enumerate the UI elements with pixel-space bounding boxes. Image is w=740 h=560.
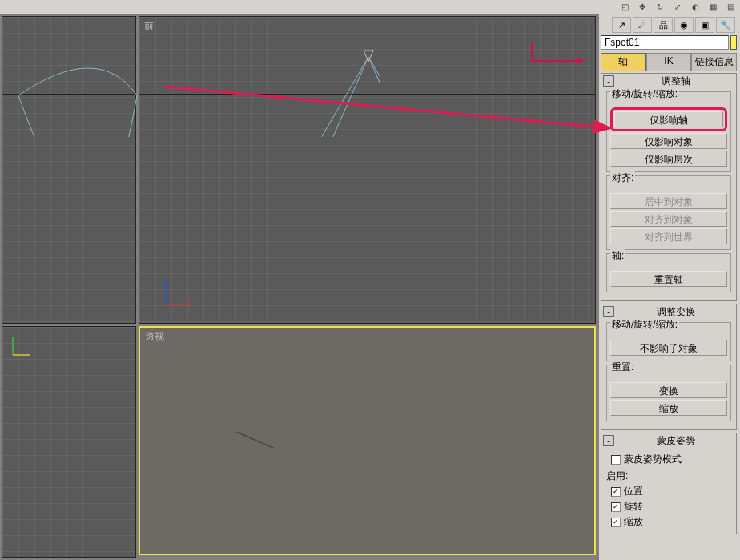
affect-object-only-button[interactable]: 仅影响对象 (610, 133, 727, 149)
svg-line-11 (236, 432, 380, 448)
spotlight-cone (139, 17, 380, 137)
enable-label: 启用: (606, 469, 731, 483)
tab-ik[interactable]: IK (646, 53, 692, 71)
panel-category-tabs: ↗ ☄ 品 ◉ ▣ 🔧 (601, 16, 737, 34)
align-to-world-button[interactable]: 对齐到世界 (610, 228, 727, 244)
checkbox-label: 位置 (624, 485, 643, 498)
viewport-top-left[interactable] (2, 16, 136, 324)
group-label: 轴: (610, 249, 625, 263)
rollout-adjust-transform: - 调整变换 移动/旋转/缩放: 不影响子对象 重置: 变换 缩放 (601, 304, 737, 430)
group-label: 重置: (610, 361, 635, 374)
svg-text:x: x (187, 296, 191, 304)
enable-rotation-checkbox[interactable]: ✓ (611, 502, 621, 512)
tool-scale-icon[interactable]: ⤢ (670, 1, 686, 13)
enable-position-checkbox[interactable]: ✓ (611, 487, 621, 497)
collapse-toggle[interactable]: - (603, 435, 614, 446)
viewport-area: 前 x z (0, 14, 599, 560)
top-toolbar: ◱ ✥ ↻ ⤢ ◐ ▦ ▤ (0, 0, 740, 14)
viewport-perspective[interactable]: 透视 (139, 326, 596, 555)
utilities-panel-icon[interactable]: 🔧 (716, 17, 735, 33)
viewport-bottom-left[interactable] (2, 326, 136, 558)
center-to-object-button[interactable]: 居中到对象 (610, 193, 727, 209)
motion-panel-icon[interactable]: ◉ (674, 17, 694, 33)
rollout-skin-pose: - 蒙皮姿势 蒙皮姿势模式 启用: ✓ 位置 ✓ 旋转 ✓ (601, 433, 737, 534)
svg-line-12 (230, 432, 380, 448)
align-to-object-button[interactable]: 对齐到对象 (610, 211, 727, 227)
affect-pivot-only-button[interactable]: 仅影响轴 (614, 111, 723, 127)
checkbox-label: 旋转 (624, 500, 643, 514)
modify-panel-icon[interactable]: ☄ (633, 17, 652, 33)
tab-pivot[interactable]: 轴 (601, 53, 646, 71)
dont-affect-children-button[interactable]: 不影响子对象 (610, 340, 727, 356)
perspective-content (140, 328, 380, 448)
tab-link-info[interactable]: 链接信息 (691, 53, 737, 71)
command-panel: ↗ ☄ 品 ◉ ▣ 🔧 轴 IK 链接信息 - 调整轴 移动/旋转/缩放: (599, 14, 740, 560)
rollout-title: 调整轴 (617, 75, 734, 88)
tool-move-icon[interactable]: ✥ (634, 1, 650, 13)
tool-misc2-icon[interactable]: ▦ (705, 1, 721, 13)
object-name-input[interactable] (601, 35, 729, 50)
tool-misc3-icon[interactable]: ▤ (722, 1, 738, 13)
hierarchy-tabs: 轴 IK 链接信息 (601, 53, 737, 71)
tool-misc1-icon[interactable]: ◐ (687, 1, 703, 13)
annotation-highlight: 仅影响轴 (610, 107, 727, 131)
skin-pose-mode-checkbox[interactable] (611, 455, 621, 465)
coordinate-gizmo-icon (528, 41, 584, 81)
rollout-title: 调整变换 (617, 305, 734, 319)
hierarchy-panel-icon[interactable]: 品 (654, 17, 673, 33)
svg-marker-4 (577, 58, 584, 64)
collapse-toggle[interactable]: - (603, 75, 614, 87)
checkbox-label: 蒙皮姿势模式 (624, 453, 682, 466)
create-panel-icon[interactable]: ↗ (612, 17, 631, 33)
enable-scale-checkbox[interactable]: ✓ (611, 518, 621, 527)
display-panel-icon[interactable]: ▣ (695, 17, 714, 33)
reset-transform-button[interactable]: 变换 (610, 382, 727, 398)
axis-gizmo-icon (9, 335, 33, 359)
tool-select-icon[interactable]: ◱ (617, 1, 633, 13)
affect-hierarchy-only-button[interactable]: 仅影响层次 (610, 151, 727, 167)
rollout-title: 蒙皮姿势 (617, 434, 734, 448)
group-label: 移动/旋转/缩放: (610, 87, 679, 101)
grid (2, 327, 135, 557)
group-label: 对齐: (610, 171, 635, 185)
checkbox-label: 缩放 (624, 515, 643, 529)
group-label: 移动/旋转/缩放: (610, 318, 679, 332)
viewport-top-right[interactable]: 前 x z (139, 16, 596, 324)
tool-rotate-icon[interactable]: ↻ (652, 1, 668, 13)
svg-text:z: z (162, 276, 166, 284)
object-color-swatch[interactable] (730, 35, 737, 50)
reset-scale-button[interactable]: 缩放 (610, 400, 727, 416)
rollout-adjust-pivot: - 调整轴 移动/旋转/缩放: 仅影响轴 仅影响对象 仅影响层次 对齐: 居中到… (601, 73, 737, 301)
collapse-toggle[interactable]: - (603, 306, 614, 317)
reset-axis-button[interactable]: 重置轴 (610, 271, 727, 287)
axis-gizmo-icon: x z (162, 276, 194, 308)
